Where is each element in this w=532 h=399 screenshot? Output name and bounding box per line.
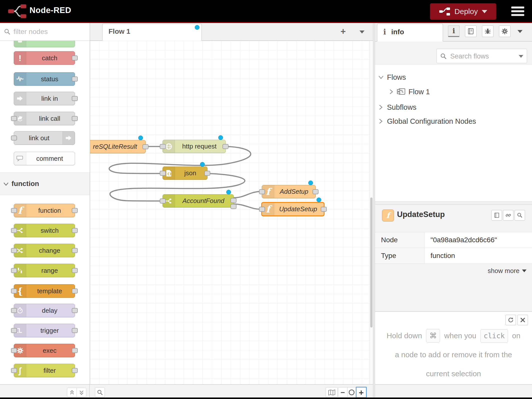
output-port[interactable] bbox=[321, 207, 327, 212]
sidebar-section-splitter[interactable] bbox=[375, 202, 532, 204]
minimap-button[interactable] bbox=[326, 387, 338, 398]
palette-node-exec[interactable]: exec bbox=[14, 344, 75, 357]
flow-node-accountfound[interactable]: AccountFound bbox=[162, 194, 234, 208]
show-more-link[interactable]: show more bbox=[488, 267, 526, 275]
zoom-in-button[interactable]: + bbox=[356, 387, 367, 398]
search-options-caret[interactable] bbox=[519, 55, 523, 58]
palette-node-link-in[interactable]: link in bbox=[14, 92, 75, 105]
flow-node-addsetup[interactable]: f AddSetup bbox=[262, 185, 316, 198]
input-port[interactable] bbox=[11, 288, 17, 294]
chevron-right-icon bbox=[390, 89, 393, 94]
output-port-2[interactable] bbox=[230, 204, 236, 209]
palette-node-link-out[interactable]: link out bbox=[14, 131, 75, 145]
sidebar-splitter[interactable] bbox=[373, 23, 375, 398]
palette-node-trigger[interactable]: trigger bbox=[14, 324, 75, 337]
palette-node-switch[interactable]: switch bbox=[14, 224, 75, 237]
refresh-button[interactable] bbox=[506, 315, 516, 325]
palette-category-function[interactable]: function bbox=[0, 172, 90, 195]
deploy-button[interactable]: Deploy bbox=[430, 3, 496, 20]
node-search-button[interactable] bbox=[514, 210, 525, 220]
search-flows-box[interactable] bbox=[436, 49, 527, 63]
input-port[interactable] bbox=[259, 189, 265, 194]
input-port[interactable] bbox=[11, 368, 17, 373]
palette-node-template[interactable]: { template bbox=[14, 284, 75, 298]
tree-item-global-config[interactable]: Global Configuration Nodes bbox=[375, 114, 532, 128]
output-port[interactable] bbox=[72, 368, 78, 373]
flow-node-http-request[interactable]: http request bbox=[162, 140, 226, 153]
node-docs-button[interactable] bbox=[492, 210, 502, 220]
input-port[interactable] bbox=[160, 198, 166, 204]
flow-canvas[interactable]: f reSQLiteResult http request bbox=[90, 41, 370, 384]
output-port[interactable] bbox=[72, 208, 78, 213]
sidebar-tab-debug-button[interactable] bbox=[482, 26, 494, 37]
palette-expand-all-button[interactable] bbox=[76, 388, 86, 397]
input-port[interactable] bbox=[11, 328, 17, 333]
output-port[interactable] bbox=[204, 171, 210, 176]
zoom-reset-button[interactable] bbox=[347, 387, 356, 398]
flow-list-caret[interactable] bbox=[360, 30, 364, 34]
scrollbar-thumb[interactable] bbox=[370, 198, 372, 328]
palette-node-partial[interactable] bbox=[14, 41, 75, 47]
tree-item-subflows[interactable]: Subflows bbox=[375, 100, 532, 114]
palette-node-function[interactable]: f function bbox=[14, 204, 75, 217]
search-flows-input[interactable] bbox=[450, 51, 513, 62]
input-port[interactable] bbox=[160, 144, 166, 149]
palette-node-change[interactable]: change bbox=[14, 244, 75, 257]
input-port[interactable] bbox=[11, 208, 17, 213]
sidebar-tab-help-button[interactable] bbox=[465, 26, 476, 37]
output-port[interactable] bbox=[72, 268, 78, 273]
palette-node-delay[interactable]: delay bbox=[14, 304, 75, 317]
close-button[interactable] bbox=[518, 315, 528, 325]
flow-node-json[interactable]: {} json bbox=[162, 166, 208, 180]
palette-node-catch[interactable]: ! catch bbox=[14, 51, 75, 65]
output-port[interactable] bbox=[222, 144, 228, 149]
tab-info[interactable]: i info bbox=[377, 24, 443, 42]
output-port[interactable] bbox=[72, 116, 78, 121]
canvas-vertical-scrollbar[interactable] bbox=[370, 41, 373, 384]
output-port[interactable] bbox=[72, 308, 78, 313]
flow-node-updatesetup[interactable]: f UpdateSetup bbox=[261, 202, 324, 216]
flow-node-resqliteresult[interactable]: f reSQLiteResult bbox=[90, 140, 146, 153]
palette-node-status[interactable]: status bbox=[14, 72, 75, 86]
input-port[interactable] bbox=[11, 308, 17, 313]
output-port[interactable] bbox=[72, 76, 78, 82]
input-port[interactable] bbox=[160, 171, 166, 176]
palette-node-comment[interactable]: comment bbox=[14, 152, 75, 165]
tree-item-flows[interactable]: Flows bbox=[375, 70, 532, 84]
zoom-out-button[interactable]: − bbox=[338, 387, 348, 398]
tab-flow-1[interactable]: Flow 1 bbox=[102, 24, 202, 41]
sidebar-tab-info-button[interactable]: i bbox=[448, 26, 460, 37]
output-port[interactable] bbox=[72, 288, 78, 294]
canvas-search-button[interactable] bbox=[95, 388, 105, 397]
filter-nodes-input[interactable] bbox=[13, 26, 84, 38]
palette-node-range[interactable]: range bbox=[14, 264, 75, 277]
output-port[interactable] bbox=[72, 56, 78, 60]
output-port[interactable] bbox=[72, 248, 78, 253]
input-port[interactable] bbox=[11, 268, 17, 273]
add-flow-button[interactable]: + bbox=[340, 27, 346, 36]
tree-item-flow-1[interactable]: Flow 1 bbox=[375, 85, 532, 98]
input-port[interactable] bbox=[11, 348, 17, 353]
input-port[interactable] bbox=[11, 136, 17, 140]
sidebar-tabs-caret[interactable] bbox=[518, 30, 522, 33]
palette-collapse-all-button[interactable] bbox=[67, 388, 77, 397]
sidebar-footer bbox=[375, 384, 532, 398]
output-port[interactable] bbox=[142, 144, 148, 149]
input-port[interactable] bbox=[11, 248, 17, 253]
input-port[interactable] bbox=[11, 228, 17, 233]
palette-node-label: status bbox=[26, 72, 73, 86]
input-port[interactable] bbox=[11, 116, 17, 121]
output-port[interactable] bbox=[72, 96, 78, 101]
output-port-1[interactable] bbox=[230, 198, 236, 203]
node-link-button[interactable] bbox=[503, 210, 514, 220]
palette-node-link-call[interactable]: link call bbox=[14, 112, 75, 125]
sidebar-tab-config-button[interactable] bbox=[499, 26, 510, 37]
deploy-caret-icon[interactable] bbox=[482, 10, 487, 13]
main-menu-button[interactable] bbox=[511, 6, 524, 16]
output-port[interactable] bbox=[72, 348, 78, 353]
output-port[interactable] bbox=[312, 189, 318, 194]
output-port[interactable] bbox=[72, 328, 78, 333]
input-port[interactable] bbox=[259, 207, 265, 212]
palette-node-filter[interactable]: ∫ filter bbox=[14, 364, 75, 377]
output-port[interactable] bbox=[72, 228, 78, 233]
